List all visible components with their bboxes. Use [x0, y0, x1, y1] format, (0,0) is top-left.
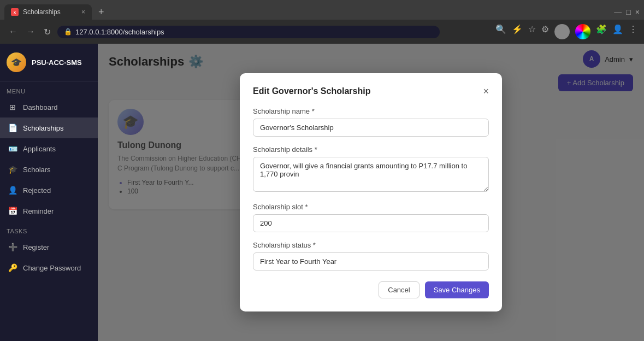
- scholarship-name-label: Scholarship name *: [253, 107, 489, 115]
- active-tab[interactable]: x Scholarships ×: [4, 4, 92, 20]
- edit-modal: Edit Governor's Scholarship × Scholarshi…: [240, 73, 502, 311]
- main-content: Scholarships ⚙️ A Admin ▾ + Add Scholars…: [98, 44, 644, 341]
- sidebar-item-reminder[interactable]: 📅 Reminder: [0, 201, 98, 221]
- sidebar-item-rejected[interactable]: 👤 Rejected: [0, 180, 98, 201]
- sidebar-logo: 🎓 PSU-ACC-SMS: [0, 44, 98, 81]
- address-bar[interactable]: 🔒 127.0.0.1:8000/scholarships: [57, 26, 440, 38]
- scholarship-name-group: Scholarship name *: [253, 107, 489, 137]
- cancel-button[interactable]: Cancel: [379, 281, 419, 298]
- address-text: 127.0.0.1:8000/scholarships: [75, 28, 433, 36]
- sidebar-item-register[interactable]: ➕ Register: [0, 237, 98, 257]
- scholarship-slot-group: Scholarship slot *: [253, 203, 489, 232]
- tasks-section-label: Tasks: [0, 221, 98, 237]
- menu-dots-icon[interactable]: ⋮: [629, 24, 637, 39]
- scholars-icon: 🎓: [8, 164, 17, 174]
- color-theme-icon[interactable]: [575, 24, 590, 39]
- sidebar-label-scholarships: Scholarships: [23, 124, 63, 132]
- scholarship-slot-label: Scholarship slot *: [253, 203, 489, 211]
- dashboard-icon: ⊞: [8, 102, 17, 112]
- sidebar-label-scholars: Scholars: [23, 166, 51, 174]
- scholarship-details-label: Scholarship details *: [253, 145, 489, 154]
- tab-close-icon[interactable]: ×: [81, 8, 85, 16]
- scholarship-details-group: Scholarship details *: [253, 145, 489, 194]
- menu-section-label: Menu: [0, 81, 98, 97]
- scholarship-slot-input[interactable]: [253, 214, 489, 232]
- sidebar-item-applicants[interactable]: 🪪 Applicants: [0, 138, 98, 159]
- modal-overlay: Edit Governor's Scholarship × Scholarshi…: [98, 44, 644, 341]
- register-icon: ➕: [8, 242, 17, 252]
- refresh-button[interactable]: ↻: [42, 25, 53, 39]
- sidebar-label-dashboard: Dashboard: [23, 103, 58, 111]
- new-tab-button[interactable]: +: [94, 7, 109, 17]
- modal-header: Edit Governor's Scholarship ×: [253, 86, 489, 96]
- sidebar-item-scholarships[interactable]: 📄 Scholarships: [0, 117, 98, 138]
- sidebar-label-change-password: Change Password: [23, 264, 81, 272]
- lock-icon: 🔒: [64, 28, 72, 36]
- window-controls: — □ ×: [614, 8, 640, 16]
- change-password-icon: 🔑: [8, 263, 17, 273]
- close-window-icon[interactable]: ×: [635, 8, 640, 16]
- scholarship-status-group: Scholarship status *: [253, 241, 489, 271]
- extensions-icon[interactable]: ⚡: [512, 24, 523, 39]
- logo-icon: 🎓: [7, 52, 26, 72]
- sidebar-item-dashboard[interactable]: ⊞ Dashboard: [0, 97, 98, 117]
- applicants-icon: 🪪: [8, 144, 17, 154]
- search-icon[interactable]: 🔍: [495, 24, 506, 39]
- sidebar: 🎓 PSU-ACC-SMS Menu ⊞ Dashboard 📄 Scholar…: [0, 44, 98, 341]
- save-changes-button[interactable]: Save Changes: [425, 281, 489, 298]
- sidebar-item-change-password[interactable]: 🔑 Change Password: [0, 257, 98, 278]
- modal-footer: Cancel Save Changes: [253, 281, 489, 298]
- modal-close-button[interactable]: ×: [483, 86, 489, 96]
- app-name: PSU-ACC-SMS: [32, 58, 82, 67]
- tab-title: Scholarships: [23, 8, 77, 16]
- scholarship-details-input[interactable]: [253, 157, 489, 192]
- user-profile-icon[interactable]: 👤: [612, 24, 623, 39]
- extension-puzzle-icon[interactable]: 🧩: [596, 24, 607, 39]
- minimize-icon[interactable]: —: [614, 8, 622, 16]
- sidebar-label-register: Register: [23, 243, 49, 251]
- settings-icon[interactable]: ⚙: [541, 24, 549, 39]
- scholarship-name-input[interactable]: [253, 119, 489, 137]
- scholarship-status-label: Scholarship status *: [253, 241, 489, 249]
- sidebar-label-reminder: Reminder: [23, 207, 54, 215]
- profile-avatar[interactable]: [554, 24, 570, 39]
- scholarship-status-input[interactable]: [253, 252, 489, 271]
- scholarships-icon: 📄: [8, 123, 17, 133]
- back-button[interactable]: ←: [7, 25, 20, 39]
- forward-button[interactable]: →: [24, 25, 37, 39]
- reminder-icon: 📅: [8, 206, 17, 216]
- sidebar-label-rejected: Rejected: [23, 186, 51, 195]
- restore-icon[interactable]: □: [626, 8, 630, 16]
- bookmark-icon[interactable]: ☆: [528, 24, 536, 39]
- sidebar-label-applicants: Applicants: [23, 145, 56, 153]
- modal-title: Edit Governor's Scholarship: [253, 86, 370, 96]
- rejected-icon: 👤: [8, 185, 17, 195]
- sidebar-item-scholars[interactable]: 🎓 Scholars: [0, 159, 98, 180]
- tab-favicon: x: [11, 8, 19, 16]
